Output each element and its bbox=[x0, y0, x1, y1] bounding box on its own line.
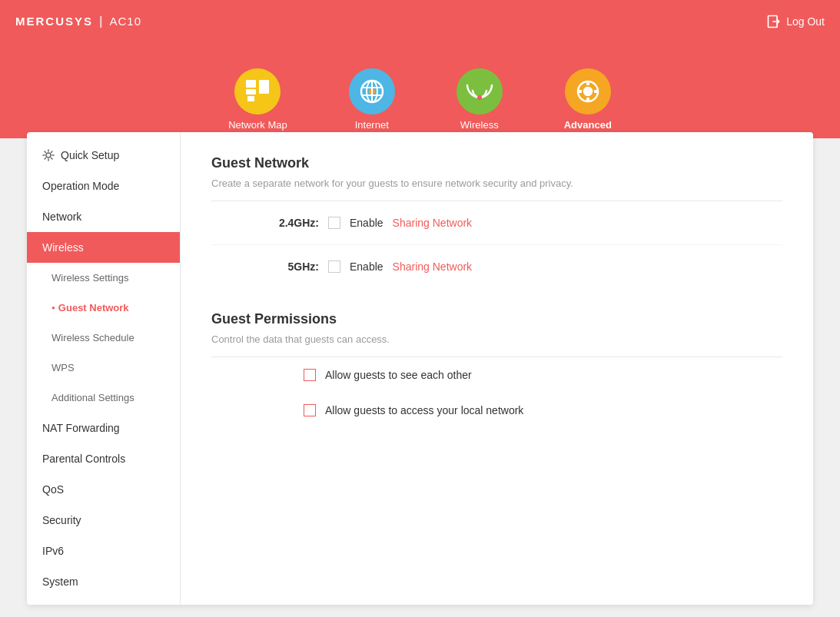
nav-tabs: Network Map Internet bbox=[0, 42, 840, 138]
sidebar-item-additional-settings[interactable]: Additional Settings bbox=[27, 383, 180, 413]
permission-local-network-label: Allow guests to access your local networ… bbox=[325, 404, 523, 416]
sidebar-item-system-label: System bbox=[42, 576, 78, 588]
permission-see-each-other-checkbox[interactable] bbox=[304, 369, 316, 381]
network-map-icon bbox=[234, 68, 281, 114]
sidebar-item-parental-controls-label: Parental Controls bbox=[42, 453, 125, 465]
sidebar-item-wireless-schedule[interactable]: Wireless Schedule bbox=[27, 323, 180, 353]
tab-internet-label: Internet bbox=[355, 119, 389, 131]
sidebar-item-qos[interactable]: QoS bbox=[27, 474, 180, 505]
tab-network-map-label: Network Map bbox=[228, 119, 287, 131]
svg-rect-1 bbox=[246, 80, 256, 88]
sidebar-item-security[interactable]: Security bbox=[27, 505, 180, 536]
guest-permissions-title: Guest Permissions bbox=[211, 311, 782, 327]
svg-rect-15 bbox=[586, 81, 589, 85]
guest-network-section: Guest Network Create a separate network … bbox=[211, 155, 782, 288]
guest-network-title: Guest Network bbox=[211, 155, 782, 171]
sidebar-item-wireless-schedule-label: Wireless Schedule bbox=[51, 332, 134, 343]
svg-point-11 bbox=[477, 95, 482, 100]
svg-rect-16 bbox=[586, 98, 589, 101]
brand-logo: MERCUSYS | AC10 bbox=[15, 15, 141, 28]
gear-icon bbox=[42, 149, 55, 161]
band-5g-row: 5GHz: Enable Sharing Network bbox=[211, 245, 782, 288]
sidebar-item-operation-mode-label: Operation Mode bbox=[42, 180, 119, 192]
sidebar-item-nat-forwarding[interactable]: NAT Forwarding bbox=[27, 413, 180, 443]
svg-point-19 bbox=[46, 153, 51, 158]
permission-local-network-row: Allow guests to access your local networ… bbox=[211, 393, 782, 428]
guest-permissions-desc: Control the data that guests can access. bbox=[211, 333, 782, 357]
sidebar-item-network-label: Network bbox=[42, 211, 81, 223]
internet-icon bbox=[349, 68, 395, 114]
tab-advanced-label: Advanced bbox=[564, 119, 612, 131]
band-5g-sharing-link[interactable]: Sharing Network bbox=[393, 260, 473, 273]
guest-network-desc: Create a separate network for your guest… bbox=[211, 177, 782, 201]
svg-rect-18 bbox=[594, 90, 598, 93]
svg-rect-3 bbox=[259, 80, 269, 94]
brand-model: AC10 bbox=[110, 15, 142, 28]
sidebar-item-wps[interactable]: WPS bbox=[27, 353, 180, 383]
tab-advanced[interactable]: Advanced bbox=[564, 68, 612, 138]
band-2g-enable-checkbox[interactable] bbox=[328, 217, 340, 229]
sidebar-item-wps-label: WPS bbox=[51, 362, 75, 373]
sidebar-item-wireless-settings-label: Wireless Settings bbox=[51, 272, 128, 284]
band-5g-enable-checkbox[interactable] bbox=[328, 260, 340, 273]
band-2g-row: 2.4GHz: Enable Sharing Network bbox=[211, 201, 782, 245]
guest-permissions-section: Guest Permissions Control the data that … bbox=[211, 311, 782, 428]
tab-wireless[interactable]: Wireless bbox=[457, 68, 503, 138]
sidebar-item-operation-mode[interactable]: Operation Mode bbox=[27, 171, 180, 201]
sidebar-item-ipv6[interactable]: IPv6 bbox=[27, 536, 180, 566]
permission-see-each-other-label: Allow guests to see each other bbox=[325, 369, 472, 381]
tab-wireless-label: Wireless bbox=[460, 119, 499, 131]
main-container: Quick Setup Operation Mode Network Wirel… bbox=[27, 132, 813, 605]
wireless-icon bbox=[457, 68, 503, 114]
logout-label: Log Out bbox=[786, 15, 825, 28]
band-2g-sharing-link[interactable]: Sharing Network bbox=[393, 217, 473, 229]
content-area: Guest Network Create a separate network … bbox=[181, 132, 813, 605]
brand-divider: | bbox=[99, 15, 103, 28]
sidebar-item-guest-network-label: Guest Network bbox=[58, 302, 129, 313]
logout-icon bbox=[766, 14, 782, 29]
sidebar-item-quick-setup-label: Quick Setup bbox=[61, 149, 119, 161]
svg-point-14 bbox=[584, 88, 592, 95]
band-5g-label: 5GHz: bbox=[273, 260, 319, 273]
sidebar-item-system[interactable]: System bbox=[27, 566, 180, 597]
svg-rect-4 bbox=[247, 96, 254, 101]
sidebar-item-nat-forwarding-label: NAT Forwarding bbox=[42, 422, 120, 434]
band-5g-enable-label: Enable bbox=[350, 260, 383, 273]
advanced-icon bbox=[565, 68, 611, 114]
header-top: MERCUSYS | AC10 Log Out bbox=[0, 0, 840, 42]
sidebar: Quick Setup Operation Mode Network Wirel… bbox=[27, 132, 181, 605]
sidebar-item-qos-label: QoS bbox=[42, 483, 64, 496]
sidebar-item-security-label: Security bbox=[42, 514, 81, 526]
svg-rect-17 bbox=[578, 90, 582, 93]
header: MERCUSYS | AC10 Log Out Network M bbox=[0, 0, 840, 138]
sidebar-item-network[interactable]: Network bbox=[27, 201, 180, 232]
sidebar-item-parental-controls[interactable]: Parental Controls bbox=[27, 443, 180, 474]
permission-local-network-checkbox[interactable] bbox=[304, 404, 316, 416]
band-2g-enable-label: Enable bbox=[350, 217, 383, 229]
tab-network-map[interactable]: Network Map bbox=[228, 68, 287, 138]
logout-button[interactable]: Log Out bbox=[766, 14, 825, 29]
sidebar-item-ipv6-label: IPv6 bbox=[42, 545, 64, 557]
sidebar-item-additional-settings-label: Additional Settings bbox=[51, 392, 134, 403]
brand-name: MERCUSYS bbox=[15, 15, 93, 28]
sidebar-item-wireless-label: Wireless bbox=[42, 241, 84, 254]
sidebar-item-wireless[interactable]: Wireless bbox=[27, 232, 180, 263]
svg-rect-2 bbox=[246, 89, 256, 95]
permission-see-each-other-row: Allow guests to see each other bbox=[211, 357, 782, 393]
tab-internet[interactable]: Internet bbox=[349, 68, 395, 138]
band-2g-label: 2.4GHz: bbox=[273, 217, 319, 229]
sidebar-item-wireless-settings[interactable]: Wireless Settings bbox=[27, 263, 180, 293]
sidebar-item-quick-setup[interactable]: Quick Setup bbox=[27, 140, 180, 171]
sidebar-item-guest-network[interactable]: Guest Network bbox=[27, 293, 180, 323]
